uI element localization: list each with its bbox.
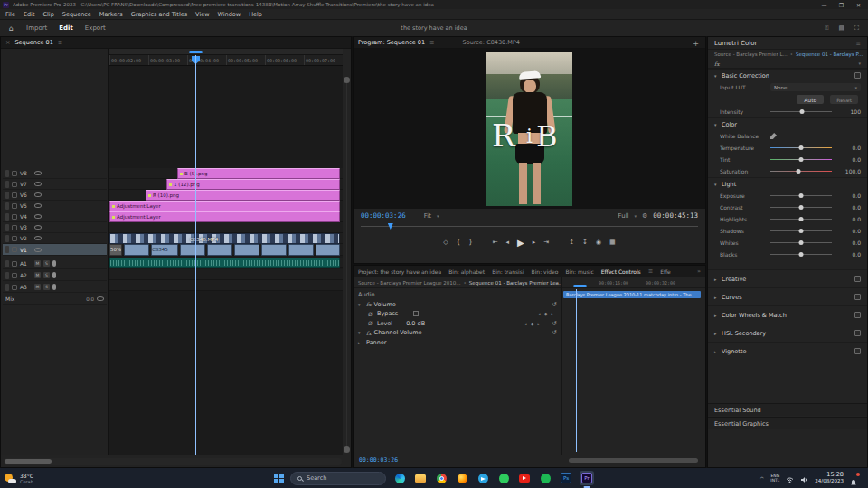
track-lock-icon[interactable]	[12, 285, 17, 290]
horizontal-scrollbar[interactable]	[4, 458, 342, 465]
track-lock-icon[interactable]	[12, 225, 17, 230]
language-switcher[interactable]: ENG INTL	[770, 474, 779, 483]
menu-help[interactable]: Help	[249, 11, 262, 18]
track-lock-icon[interactable]	[12, 203, 17, 209]
track-lock-icon[interactable]	[12, 273, 17, 278]
track-header-a1[interactable]: A1MS	[3, 258, 107, 269]
bypass-checkbox[interactable]	[413, 311, 419, 316]
play-icon[interactable]: ▶	[517, 238, 524, 248]
keyframe-icon[interactable]	[97, 296, 104, 301]
firefox-icon[interactable]	[455, 471, 469, 485]
source-patch-icon[interactable]	[5, 170, 9, 177]
section-light[interactable]: ▾ Light	[708, 177, 867, 190]
next-keyframe-icon[interactable]: ▸	[551, 311, 553, 316]
wifi-icon[interactable]	[786, 470, 794, 487]
track-header-v5[interactable]: V5	[3, 201, 107, 211]
mark-out-icon[interactable]: }	[468, 239, 472, 246]
eyedropper-icon[interactable]	[770, 133, 777, 139]
close-icon[interactable]: ✕	[852, 2, 865, 8]
tab-bin-alphabet[interactable]: Bin: alphabet	[448, 268, 485, 275]
add-keyframe-icon[interactable]: ◆	[531, 321, 534, 326]
clip-speed-50[interactable]: 50%	[109, 244, 122, 256]
panel-menu-icon[interactable]: ≡	[648, 267, 653, 275]
track-lock-icon[interactable]	[12, 261, 17, 267]
workspaces-icon[interactable]: ▤	[838, 24, 844, 32]
step-forward-icon[interactable]: ▸	[533, 239, 536, 246]
whites-slider[interactable]	[770, 242, 832, 243]
scrollbar-handle[interactable]	[344, 77, 350, 83]
solo-button[interactable]: S	[43, 284, 50, 290]
section-color-wheels[interactable]: ▸Color Wheels & Match	[708, 305, 867, 324]
panel-menu-icon[interactable]: ≡	[856, 40, 861, 47]
contrast-value[interactable]: 0.0	[837, 204, 861, 211]
menu-clip[interactable]: Clip	[42, 11, 53, 18]
chevron-down-icon[interactable]: ▾	[858, 61, 861, 66]
section-hsl-secondary[interactable]: ▸HSL Secondary	[708, 324, 867, 342]
vertical-scrollbar[interactable]	[344, 77, 350, 453]
track-header-v1[interactable]: V1	[3, 244, 107, 256]
minimize-icon[interactable]: —	[817, 2, 831, 8]
add-keyframe-icon[interactable]: ◆	[544, 311, 548, 316]
button-editor-icon[interactable]: +	[693, 40, 699, 48]
clip-v1[interactable]	[234, 244, 259, 256]
intensity-value[interactable]: 100	[837, 108, 861, 115]
chrome-icon[interactable]	[434, 471, 448, 485]
clip-c8345[interactable]: C8345	[151, 244, 178, 256]
next-keyframe-icon[interactable]: ▸	[537, 321, 540, 326]
previous-keyframe-icon[interactable]: ◂	[524, 321, 527, 326]
essential-sound-panel[interactable]: Essential Sound	[708, 403, 867, 416]
track-visibility-icon[interactable]	[34, 171, 42, 175]
mute-button[interactable]: M	[34, 284, 41, 290]
zoom-handle[interactable]	[573, 285, 587, 287]
clip-v1[interactable]	[316, 244, 340, 256]
close-panel-icon[interactable]: ×	[5, 39, 10, 46]
track-visibility-icon[interactable]	[34, 182, 42, 186]
photoshop-icon[interactable]: Ps	[559, 471, 573, 485]
track-header-v8[interactable]: V8	[3, 168, 107, 179]
track-lock-icon[interactable]	[12, 182, 17, 187]
step-back-icon[interactable]: ◂	[506, 239, 510, 246]
section-enable-checkbox[interactable]	[854, 312, 861, 318]
reset-icon[interactable]: ↺	[546, 329, 557, 336]
tab-project[interactable]: Project: the story have an idea	[358, 268, 441, 275]
clip-adjustment-layer-1[interactable]: Adjustment Layer	[109, 201, 340, 211]
section-enable-checkbox[interactable]	[854, 276, 861, 282]
track-lock-icon[interactable]	[12, 236, 17, 241]
previous-keyframe-icon[interactable]: ◂	[538, 311, 541, 316]
fx-badge-icon[interactable]: fx	[714, 61, 720, 67]
playback-resolution-select[interactable]: Full	[618, 212, 629, 220]
auto-button[interactable]: Auto	[797, 95, 824, 104]
track-visibility-icon[interactable]	[34, 225, 42, 230]
whites-value[interactable]: 0.0	[837, 239, 861, 246]
panel-divider[interactable]	[561, 277, 562, 455]
clip-v1[interactable]	[180, 244, 205, 256]
tab-bin-music[interactable]: Bin: music	[565, 268, 593, 275]
effect-label[interactable]: Panner	[366, 339, 387, 346]
tab-program[interactable]: Program: Sequence 01	[358, 39, 425, 46]
section-enable-checkbox[interactable]	[854, 294, 861, 300]
tab-effect-controls[interactable]: Effect Controls	[601, 268, 641, 275]
program-timecode[interactable]: 00:00:03:26	[361, 211, 406, 220]
scrollbar-handle[interactable]	[5, 459, 52, 464]
track-lock-icon[interactable]	[12, 214, 17, 220]
exposure-slider[interactable]	[770, 195, 832, 196]
settings-wrench-icon[interactable]: ⚙	[642, 212, 647, 220]
shadows-value[interactable]: 0.0	[837, 228, 861, 234]
highlights-value[interactable]: 0.0	[837, 216, 861, 222]
export-frame-icon[interactable]: ◉	[596, 239, 601, 246]
chevron-down-icon[interactable]: ▾	[358, 302, 363, 307]
windows-start-icon[interactable]	[274, 474, 284, 483]
source-patch-icon[interactable]	[5, 272, 9, 279]
source-patch-icon[interactable]	[5, 202, 9, 210]
track-lock-icon[interactable]	[12, 247, 17, 252]
ec-clip-bar[interactable]: Barclays Premier League 2010-11 matchday…	[563, 291, 701, 298]
spotify-icon[interactable]	[538, 471, 552, 485]
scrollbar-handle[interactable]	[344, 446, 350, 453]
fullscreen-icon[interactable]: ⛶	[854, 24, 859, 32]
source-patch-icon[interactable]	[5, 213, 9, 221]
shadows-slider[interactable]	[770, 230, 832, 231]
playhead[interactable]	[195, 55, 196, 455]
track-visibility-icon[interactable]	[34, 248, 42, 252]
go-to-out-icon[interactable]: ⇥	[543, 239, 549, 246]
taskbar-search[interactable]: Search	[290, 472, 386, 485]
